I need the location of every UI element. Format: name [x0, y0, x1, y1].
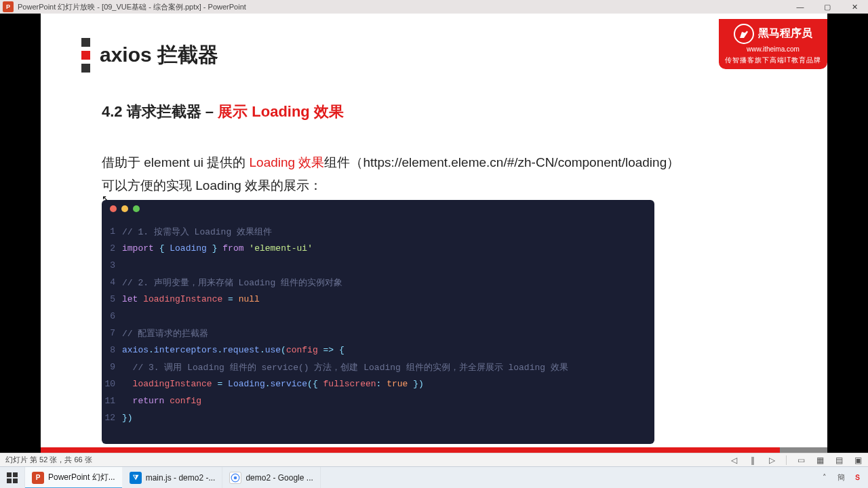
code-line: 12}) — [102, 409, 654, 426]
slide-counter: 幻灯片 第 52 张，共 66 张 — [5, 455, 729, 465]
body-prefix: 借助于 element ui 提供的 — [102, 155, 250, 169]
brand-name: 黑马程序员 — [758, 26, 812, 41]
taskbar: P PowerPoint 幻灯... ⧩ main.js - demo2 -..… — [0, 466, 868, 488]
taskbar-item-vscode[interactable]: ⧩ main.js - demo2 -... — [123, 467, 223, 489]
code-line: 4// 2. 声明变量，用来存储 Loading 组件的实例对象 — [102, 274, 654, 291]
slide: axios 拦截器 黑马程序员 www.itheima.com 传智播客旗下高端… — [41, 14, 827, 453]
scroll-indicator — [780, 447, 827, 453]
svg-rect-3 — [13, 479, 18, 483]
body-text: 借助于 element ui 提供的 Loading 效果组件（https://… — [102, 151, 679, 197]
line-number: 6 — [102, 311, 122, 321]
status-icons: ◁ ‖ ▷ ▭ ▦ ▤ ▣ — [729, 455, 863, 465]
next-slide-button[interactable]: ▷ — [767, 455, 776, 465]
code-content: let loadingInstance = null — [122, 294, 260, 304]
svg-rect-2 — [7, 479, 12, 483]
prev-slide-button[interactable]: ◁ — [729, 455, 738, 465]
code-line: 8axios.interceptors.request.use(config =… — [102, 342, 654, 359]
line-number: 11 — [102, 396, 122, 406]
slide-bottom-bar — [41, 447, 827, 453]
taskbar-label: PowerPoint 幻灯... — [48, 472, 115, 483]
taskbar-label: demo2 - Google ... — [245, 473, 313, 483]
brand-logo-banner: 黑马程序员 www.itheima.com 传智播客旗下高端IT教育品牌 — [719, 19, 827, 69]
slide-title: axios 拦截器 — [100, 41, 218, 69]
line-number: 10 — [102, 379, 122, 389]
code-content: // 3. 调用 Loading 组件的 service() 方法，创建 Loa… — [122, 361, 568, 373]
line-number: 2 — [102, 243, 122, 253]
pause-button[interactable]: ‖ — [748, 455, 757, 465]
close-button[interactable]: ✕ — [841, 0, 868, 14]
code-line: 9 // 3. 调用 Loading 组件的 service() 方法，创建 L… — [102, 359, 654, 375]
accent-decoration — [81, 38, 90, 73]
taskbar-item-powerpoint[interactable]: P PowerPoint 幻灯... — [25, 467, 123, 489]
code-line: 11 return config — [102, 392, 654, 409]
slideshow-view-button[interactable]: ▣ — [853, 455, 863, 465]
code-content: // 配置请求的拦截器 — [122, 327, 208, 340]
code-line: 2import { Loading } from 'element-ui' — [102, 240, 654, 257]
line-number: 4 — [102, 277, 122, 287]
normal-view-button[interactable]: ▭ — [796, 455, 806, 465]
brand-tagline: 传智播客旗下高端IT教育品牌 — [725, 56, 822, 65]
code-line: 6 — [102, 308, 654, 325]
status-bar: 幻灯片 第 52 张，共 66 张 ◁ ‖ ▷ ▭ ▦ ▤ ▣ — [0, 453, 868, 466]
line-number: 1 — [102, 226, 122, 237]
mac-min-dot — [121, 205, 128, 212]
powerpoint-icon: P — [32, 472, 44, 484]
mac-max-dot — [133, 205, 140, 212]
system-tray: ˄ 簡 Ｓ — [819, 472, 868, 483]
section-heading: 4.2 请求拦截器 – 展示 Loading 效果 — [102, 102, 344, 122]
line-number: 5 — [102, 294, 122, 304]
body-highlight: Loading 效果 — [250, 155, 325, 169]
app-icon: P — [3, 1, 14, 12]
line-number: 7 — [102, 328, 122, 338]
reading-view-button[interactable]: ▤ — [834, 455, 844, 465]
tray-ime-icon[interactable]: Ｓ — [852, 472, 863, 483]
code-content: loadingInstance = Loading.service({ full… — [122, 379, 424, 389]
code-body: 1// 1. 按需导入 Loading 效果组件2import { Loadin… — [102, 218, 654, 426]
vscode-icon: ⧩ — [130, 472, 142, 484]
chrome-icon — [229, 472, 241, 484]
section-highlight: 展示 Loading 效果 — [218, 103, 344, 120]
code-line: 7// 配置请求的拦截器 — [102, 325, 654, 342]
window-title: PowerPoint 幻灯片放映 - [09_VUE基础 - 综合案例.pptx… — [18, 2, 787, 12]
line-number: 12 — [102, 413, 122, 423]
code-content: axios.interceptors.request.use(config =>… — [122, 345, 344, 355]
taskbar-item-chrome[interactable]: demo2 - Google ... — [222, 467, 320, 489]
minimize-button[interactable]: — — [787, 0, 814, 14]
code-content: return config — [122, 396, 201, 406]
svg-rect-0 — [7, 472, 12, 477]
start-button[interactable] — [0, 467, 25, 489]
tray-expand-icon[interactable]: ˄ — [819, 472, 830, 483]
code-content: import { Loading } from 'element-ui' — [122, 243, 313, 253]
code-content: // 2. 声明变量，用来存储 Loading 组件的实例对象 — [122, 277, 342, 289]
maximize-button[interactable]: ▢ — [814, 0, 841, 14]
code-window-dots — [102, 200, 654, 218]
code-content: }) — [122, 413, 133, 423]
code-line: 3 — [102, 257, 654, 274]
body-line2: 可以方便的实现 Loading 效果的展示： — [102, 174, 679, 197]
brand-url: www.itheima.com — [747, 45, 800, 53]
section-prefix: 4.2 请求拦截器 – — [102, 103, 218, 120]
window-titlebar: P PowerPoint 幻灯片放映 - [09_VUE基础 - 综合案例.pp… — [0, 0, 868, 14]
code-block: 1// 1. 按需导入 Loading 效果组件2import { Loadin… — [102, 200, 654, 444]
svg-point-5 — [234, 476, 237, 479]
line-number: 3 — [102, 260, 122, 270]
line-number: 8 — [102, 345, 122, 355]
slideshow-stage[interactable]: axios 拦截器 黑马程序员 www.itheima.com 传智播客旗下高端… — [0, 14, 868, 453]
sorter-view-button[interactable]: ▦ — [815, 455, 825, 465]
svg-rect-1 — [13, 472, 18, 477]
tray-lang-icon[interactable]: 簡 — [835, 472, 846, 483]
line-number: 9 — [102, 362, 122, 372]
taskbar-label: main.js - demo2 -... — [146, 473, 216, 483]
code-line: 10 loadingInstance = Loading.service({ f… — [102, 375, 654, 392]
horse-icon — [734, 24, 754, 44]
body-suffix: 组件（https://element.eleme.cn/#/zh-CN/comp… — [324, 155, 679, 169]
code-line: 1// 1. 按需导入 Loading 效果组件 — [102, 223, 654, 240]
code-line: 5let loadingInstance = null — [102, 291, 654, 308]
slide-header: axios 拦截器 — [81, 38, 218, 73]
code-content: // 1. 按需导入 Loading 效果组件 — [122, 226, 272, 238]
window-controls: — ▢ ✕ — [787, 0, 868, 14]
mac-close-dot — [110, 205, 117, 212]
